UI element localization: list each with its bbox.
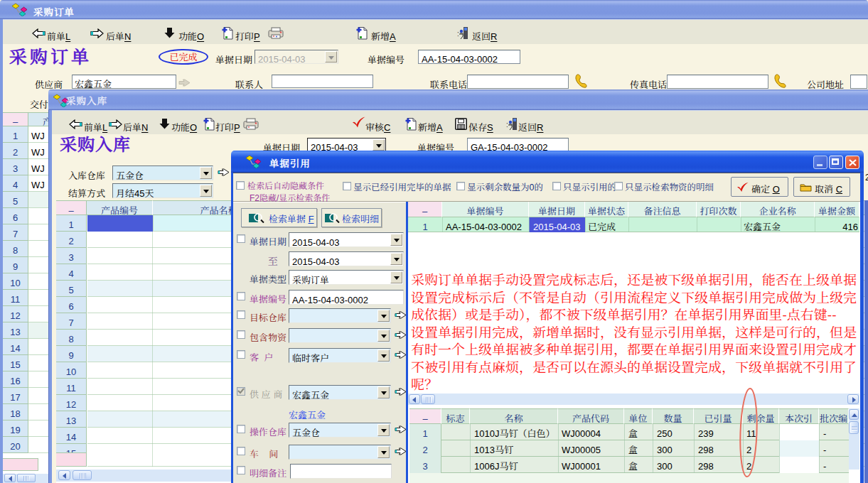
svg-text::: : <box>506 119 508 129</box>
svg-text::: : <box>457 28 459 38</box>
